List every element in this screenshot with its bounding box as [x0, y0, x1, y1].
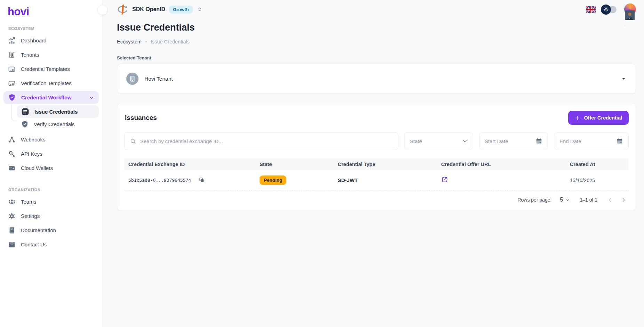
sidebar-item-tenants[interactable]: Tenants [3, 48, 99, 61]
sidebar-item-dashboard[interactable]: Dashboard [3, 34, 99, 47]
shield-check-icon [21, 120, 29, 128]
openid-logo-icon [117, 4, 128, 15]
plus-icon [575, 115, 580, 121]
language-flag-uk-icon[interactable] [586, 6, 596, 13]
people-icon [8, 198, 16, 206]
sidebar-item-verify-credentials[interactable]: Verify Credentials [17, 118, 99, 130]
page-range: 1–1 of 1 [580, 197, 597, 203]
tenant-selected-value: Hovi Tenant [144, 76, 173, 82]
sidebar: hovi ECOSYSTEM Dashboard Tenants Credent… [0, 0, 103, 327]
offer-credential-button[interactable]: Offer Credential [568, 111, 629, 125]
page-title: Issue Credentials [117, 22, 636, 33]
credential-type-value: SD-JWT [338, 177, 358, 183]
sidebar-item-contact-us[interactable]: Contact Us [3, 238, 99, 251]
selected-tenant-label: Selected Tenant [117, 55, 636, 60]
sun-icon [601, 5, 611, 15]
shield-check-icon [8, 93, 16, 101]
chevron-down-icon [462, 138, 468, 144]
breadcrumb-ecosystem[interactable]: Ecosystem [117, 39, 142, 44]
breadcrumb-separator [145, 41, 147, 42]
webhook-nodes-icon [8, 136, 16, 144]
table-header-row: Credential Exchange ID State Credential … [124, 158, 629, 170]
sidebar-item-teams[interactable]: Teams [3, 195, 99, 208]
sidebar-item-label: Credential Workflow [21, 95, 72, 100]
copy-icon[interactable] [199, 177, 205, 183]
external-link-icon[interactable] [441, 176, 448, 183]
project-name: SDK OpenID [132, 6, 165, 13]
sidebar-item-label: Dashboard [21, 38, 46, 43]
sidebar-item-cloud-wallets[interactable]: Cloud Wallets [3, 162, 99, 174]
chevron-down-icon [621, 76, 627, 82]
issuances-filters: State Start Date End Date [124, 132, 629, 150]
column-header-credential-type: Credential Type [334, 158, 437, 170]
plan-badge: Growth [169, 6, 193, 14]
sidebar-item-label: Teams [21, 199, 36, 205]
start-date-filter[interactable]: Start Date [479, 132, 548, 150]
organization-nav: Teams Settings Documentation Contact Us [0, 195, 102, 254]
created-at-value: 15/10/2025 [570, 178, 595, 183]
calendar-icon [616, 138, 623, 145]
credential-card-icon [8, 65, 16, 73]
chevron-down-icon [565, 198, 570, 202]
next-page-icon[interactable] [621, 197, 627, 203]
state-filter-select[interactable]: State [404, 132, 473, 150]
sidebar-item-credential-workflow[interactable]: Credential Workflow [3, 91, 99, 104]
mail-icon [8, 241, 16, 248]
previous-page-icon[interactable] [607, 197, 613, 203]
column-header-offer-url: Credential Offer URL [437, 158, 566, 170]
theme-toggle[interactable] [602, 6, 617, 13]
sidebar-item-credential-templates[interactable]: Credential Templates [3, 63, 99, 75]
sidebar-item-verification-templates[interactable]: Verification Templates [3, 77, 99, 90]
main-content: SDK OpenID Growth Issue Credentials [103, 0, 644, 327]
sidebar-item-label: Credential Templates [21, 66, 70, 72]
calendar-icon [535, 138, 542, 145]
end-date-filter[interactable]: End Date [554, 132, 629, 150]
sidebar-item-label: Issue Credentials [34, 109, 78, 115]
sidebar-item-webhooks[interactable]: Webhooks [3, 133, 99, 146]
status-badge: Pending [260, 175, 286, 185]
wallet-icon [8, 164, 16, 172]
column-header-created-at: Created At [566, 158, 629, 170]
project-switcher[interactable]: SDK OpenID Growth [117, 4, 203, 15]
breadcrumb-current: Issue Credentials [151, 39, 190, 44]
credential-workflow-subnav: Issue Credentials Verify Credentials [17, 105, 99, 130]
sidebar-item-settings[interactable]: Settings [3, 210, 99, 222]
top-bar: SDK OpenID Growth [117, 0, 636, 19]
chevron-left-icon [101, 8, 105, 12]
search-input[interactable] [140, 138, 393, 144]
sidebar-item-label: Contact Us [21, 242, 47, 247]
table-row: 5b1c5ad8-0...9379645574 Pending SD-JWT [124, 170, 629, 190]
document-lines-icon [21, 107, 30, 116]
top-right-actions [586, 3, 636, 15]
sidebar-item-label: Verify Credentials [34, 121, 75, 127]
sidebar-item-issue-credentials[interactable]: Issue Credentials [17, 105, 99, 118]
key-icon [8, 150, 16, 158]
search-icon [130, 138, 136, 145]
unfold-caret-icon [197, 6, 203, 13]
user-avatar[interactable] [624, 3, 636, 15]
sidebar-item-label: API Keys [21, 151, 42, 157]
sidebar-item-label: Settings [21, 213, 40, 219]
tenant-building-icon [126, 73, 138, 85]
sidebar-item-api-keys[interactable]: API Keys [3, 147, 99, 160]
table-pagination: Rows per page: 5 1–1 of 1 [124, 190, 629, 209]
hovi-logo: hovi [0, 4, 102, 24]
gear-icon [8, 212, 16, 220]
breadcrumb: Ecosystem Issue Credentials [117, 39, 636, 44]
issuances-table: Credential Exchange ID State Credential … [124, 158, 629, 190]
dashboard-icon [8, 37, 16, 44]
tenant-select[interactable]: Hovi Tenant [117, 64, 636, 94]
search-field[interactable] [124, 132, 398, 150]
sidebar-item-documentation[interactable]: Documentation [3, 224, 99, 237]
book-icon [8, 227, 16, 234]
chevron-down-icon [89, 95, 94, 100]
sidebar-item-label: Cloud Wallets [21, 165, 53, 171]
ecosystem-nav: Dashboard Tenants Credential Templates V… [0, 34, 102, 178]
rows-per-page-select[interactable]: 5 [560, 197, 570, 203]
rows-per-page-label: Rows per page: [517, 197, 551, 203]
sidebar-item-label: Verification Templates [21, 80, 72, 86]
sidebar-collapse-button[interactable] [97, 5, 108, 15]
column-header-exchange-id: Credential Exchange ID [124, 158, 255, 170]
sidebar-item-label: Documentation [21, 227, 56, 233]
issuances-title: Issuances [125, 114, 157, 122]
